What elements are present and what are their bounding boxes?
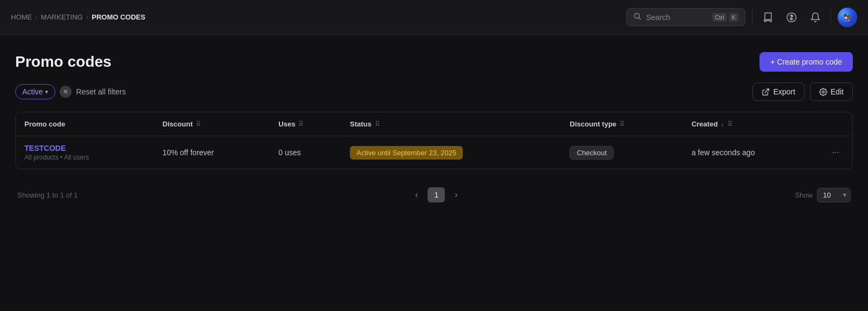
row-more-button[interactable]: ··· bbox=[828, 145, 844, 160]
table-row: TESTCODE All products • All users 10% of… bbox=[16, 136, 852, 169]
nav-divider bbox=[752, 10, 752, 25]
main-content: Promo codes + Create promo code Active ▾… bbox=[0, 35, 868, 311]
col-actions bbox=[819, 112, 852, 136]
table-body: TESTCODE All products • All users 10% of… bbox=[16, 136, 852, 169]
next-page-button[interactable]: › bbox=[449, 187, 463, 203]
search-k-key: K bbox=[729, 13, 738, 22]
col-promo-code: Promo code bbox=[16, 112, 154, 136]
cell-discount: 10% off forever bbox=[154, 136, 270, 169]
pagination-controls: ‹ 1 › bbox=[410, 187, 463, 203]
search-ctrl-key: Ctrl bbox=[712, 13, 727, 22]
settings-icon bbox=[819, 88, 827, 96]
bell-icon-button[interactable] bbox=[807, 9, 824, 26]
edit-button[interactable]: Edit bbox=[810, 82, 853, 101]
page-title: Promo codes bbox=[15, 53, 111, 71]
pagination-info: Showing 1 to 1 of 1 bbox=[17, 191, 78, 199]
show-label: Show bbox=[795, 191, 813, 199]
breadcrumb-sep2: › bbox=[86, 13, 88, 21]
dollar-icon bbox=[786, 12, 797, 23]
show-select-wrap: Show 10 25 50 100 bbox=[795, 188, 851, 202]
per-page-select[interactable]: 10 25 50 100 bbox=[817, 188, 851, 202]
page-1-button[interactable]: 1 bbox=[427, 187, 445, 202]
per-page-select-wrapper: 10 25 50 100 bbox=[817, 188, 851, 202]
cell-uses: 0 uses bbox=[270, 136, 341, 169]
svg-line-1 bbox=[639, 18, 641, 20]
col-discount-type-drag-icon: ⠿ bbox=[620, 120, 624, 128]
promo-code-sub: All products • All users bbox=[24, 154, 145, 161]
col-discount-label: Discount bbox=[163, 120, 193, 128]
active-filter-button[interactable]: Active ▾ bbox=[15, 84, 55, 99]
page-header: Promo codes + Create promo code bbox=[15, 52, 853, 72]
pagination-row: Showing 1 to 1 of 1 ‹ 1 › Show 10 25 50 … bbox=[15, 180, 853, 205]
col-promo-code-label: Promo code bbox=[24, 120, 65, 128]
bookmarks-icon bbox=[762, 12, 773, 23]
uses-value: 0 uses bbox=[278, 148, 301, 157]
topnav-right: Search Ctrl K 🦅 bbox=[626, 8, 857, 27]
discount-value: 10% off forever bbox=[163, 148, 214, 157]
search-shortcut: Ctrl K bbox=[712, 13, 738, 22]
cell-more: ··· bbox=[819, 136, 852, 169]
export-button[interactable]: Export bbox=[752, 82, 804, 101]
promo-codes-table-wrapper: Promo code Discount ⠿ Uses ⠿ bbox=[15, 112, 853, 169]
close-filter-button[interactable]: ✕ bbox=[60, 86, 72, 98]
breadcrumb: HOME › MARKETING › PROMO CODES bbox=[11, 13, 145, 21]
filters-row: Active ▾ ✕ Reset all filters Export bbox=[15, 82, 853, 101]
filters-left: Active ▾ ✕ Reset all filters bbox=[15, 84, 126, 99]
created-value: a few seconds ago bbox=[692, 148, 755, 157]
col-discount-type[interactable]: Discount type ⠿ bbox=[561, 112, 682, 136]
col-status-label: Status bbox=[350, 120, 372, 128]
col-status[interactable]: Status ⠿ bbox=[341, 112, 561, 136]
cell-promo-code: TESTCODE All products • All users bbox=[16, 136, 154, 169]
cell-created: a few seconds ago bbox=[683, 136, 819, 169]
breadcrumb-sep1: › bbox=[35, 13, 37, 21]
nav-divider-2 bbox=[831, 10, 831, 25]
col-created[interactable]: Created ↓ ⠿ bbox=[683, 112, 819, 136]
promo-codes-table: Promo code Discount ⠿ Uses ⠿ bbox=[16, 112, 852, 169]
svg-line-3 bbox=[765, 88, 769, 92]
filters-right: Export Edit bbox=[752, 82, 853, 101]
export-label: Export bbox=[773, 87, 795, 96]
breadcrumb-current: PROMO CODES bbox=[92, 13, 145, 21]
col-discount-type-label: Discount type bbox=[570, 120, 616, 128]
bookmarks-icon-button[interactable] bbox=[759, 9, 776, 26]
export-icon bbox=[762, 88, 770, 96]
col-discount[interactable]: Discount ⠿ bbox=[154, 112, 270, 136]
breadcrumb-marketing[interactable]: MARKETING bbox=[41, 13, 82, 21]
search-placeholder: Search bbox=[646, 13, 708, 22]
avatar[interactable]: 🦅 bbox=[838, 8, 857, 27]
col-status-drag-icon: ⠿ bbox=[375, 120, 380, 128]
sort-down-icon: ↓ bbox=[721, 121, 724, 128]
bell-icon bbox=[810, 12, 821, 23]
dollar-icon-button[interactable] bbox=[783, 9, 800, 26]
create-promo-code-button[interactable]: + Create promo code bbox=[760, 52, 853, 72]
table-header: Promo code Discount ⠿ Uses ⠿ bbox=[16, 112, 852, 136]
discount-type-badge: Checkout bbox=[570, 146, 614, 160]
close-icon: ✕ bbox=[63, 88, 68, 96]
svg-point-4 bbox=[822, 91, 825, 93]
cell-discount-type: Checkout bbox=[561, 136, 682, 169]
promo-code-name[interactable]: TESTCODE bbox=[24, 144, 145, 153]
col-created-label: Created bbox=[692, 120, 718, 128]
reset-filters-button[interactable]: Reset all filters bbox=[76, 87, 126, 96]
breadcrumb-home[interactable]: HOME bbox=[11, 13, 32, 21]
avatar-image: 🦅 bbox=[838, 8, 857, 27]
chevron-down-icon: ▾ bbox=[45, 88, 48, 96]
col-created-drag-icon: ⠿ bbox=[727, 120, 732, 128]
active-filter-label: Active bbox=[22, 87, 43, 96]
search-box[interactable]: Search Ctrl K bbox=[626, 8, 745, 26]
col-uses-drag-icon: ⠿ bbox=[298, 120, 303, 128]
prev-page-button[interactable]: ‹ bbox=[410, 187, 423, 203]
col-uses-label: Uses bbox=[278, 120, 295, 128]
col-uses[interactable]: Uses ⠿ bbox=[270, 112, 341, 136]
col-discount-drag-icon: ⠿ bbox=[196, 120, 201, 128]
edit-label: Edit bbox=[831, 87, 844, 96]
top-nav: HOME › MARKETING › PROMO CODES Search Ct… bbox=[0, 0, 868, 35]
search-icon bbox=[633, 12, 642, 22]
cell-status: Active until September 23, 2025 bbox=[341, 136, 561, 169]
status-badge: Active until September 23, 2025 bbox=[350, 146, 463, 160]
